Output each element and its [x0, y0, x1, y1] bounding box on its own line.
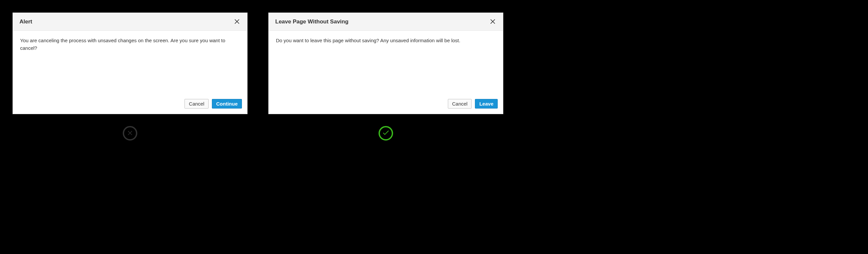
dialog-title: Leave Page Without Saving — [275, 19, 348, 25]
check-icon — [382, 129, 390, 138]
good-example-wrapper: Leave Page Without Saving Do you want to… — [268, 12, 503, 140]
dialog-title: Alert — [20, 19, 32, 25]
close-button[interactable] — [489, 18, 496, 26]
close-button[interactable] — [233, 18, 241, 26]
cancel-button[interactable]: Cancel — [185, 99, 209, 108]
close-icon — [233, 18, 241, 26]
good-status-icon — [378, 126, 393, 140]
dialog-header: Alert — [13, 13, 247, 31]
dialog-footer: Cancel Continue — [13, 95, 247, 114]
close-icon — [489, 18, 496, 26]
continue-button[interactable]: Continue — [212, 99, 242, 108]
dialog-header: Leave Page Without Saving — [269, 13, 503, 31]
leave-button[interactable]: Leave — [475, 99, 498, 108]
bad-status-icon — [123, 126, 137, 140]
cancel-button[interactable]: Cancel — [448, 99, 472, 108]
leave-page-dialog: Leave Page Without Saving Do you want to… — [268, 12, 503, 114]
bad-example-wrapper: Alert You are canceling the process with… — [12, 12, 248, 140]
comparison-container: Alert You are canceling the process with… — [0, 0, 868, 153]
cross-icon — [127, 129, 133, 137]
dialog-footer: Cancel Leave — [269, 95, 503, 114]
dialog-body: Do you want to leave this page without s… — [269, 31, 503, 95]
dialog-body: You are canceling the process with unsav… — [13, 31, 247, 95]
alert-dialog: Alert You are canceling the process with… — [12, 12, 248, 114]
